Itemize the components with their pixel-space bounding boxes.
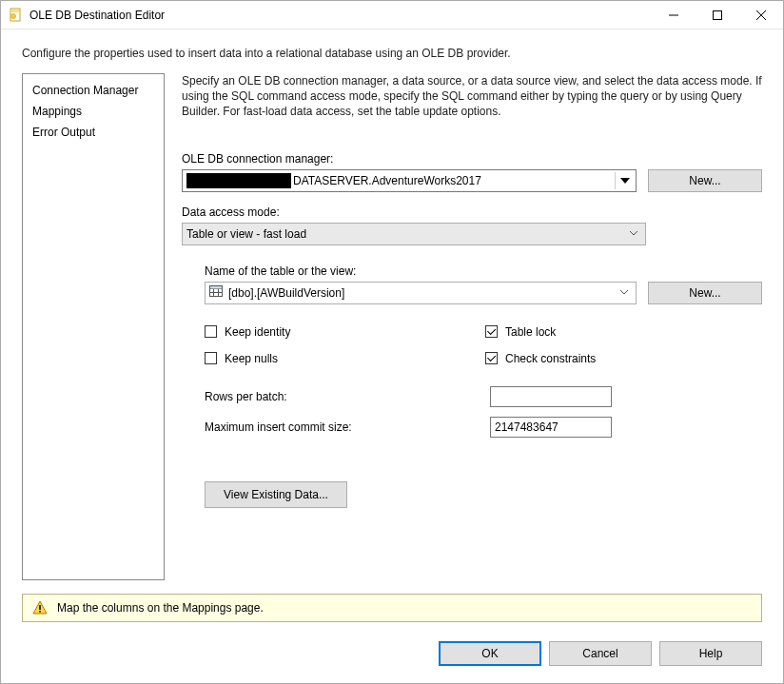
access-mode-value: Table or view - fast load xyxy=(186,227,306,241)
rows-per-batch-input[interactable] xyxy=(490,386,612,407)
rows-per-batch-label: Rows per batch: xyxy=(205,390,490,403)
keep-nulls-label: Keep nulls xyxy=(225,352,278,365)
connection-manager-label: OLE DB connection manager: xyxy=(182,152,762,166)
new-table-button[interactable]: New... xyxy=(648,282,762,304)
max-commit-size-label: Maximum insert commit size: xyxy=(205,420,490,434)
connection-manager-value: DATASERVER.AdventureWorks2017 xyxy=(293,174,481,187)
chevron-down-icon xyxy=(615,284,634,302)
sidebar-item-error-output[interactable]: Error Output xyxy=(23,122,164,143)
check-constraints-checkbox[interactable]: Check constraints xyxy=(485,352,596,365)
titlebar: OLE DB Destination Editor xyxy=(1,1,783,29)
svg-rect-1 xyxy=(11,10,19,12)
connection-manager-dropdown[interactable]: DATASERVER.AdventureWorks2017 xyxy=(182,169,637,192)
ok-button[interactable]: OK xyxy=(439,641,541,666)
chevron-down-icon xyxy=(615,172,634,189)
keep-identity-checkbox[interactable]: Keep identity xyxy=(205,325,485,339)
checkbox-icon xyxy=(205,325,217,338)
table-name-label: Name of the table or the view: xyxy=(205,264,762,278)
window-root: OLE DB Destination Editor Configure the … xyxy=(0,0,784,684)
table-name-dropdown[interactable]: [dbo].[AWBuildVersion] xyxy=(205,282,637,304)
sidebar-item-connection-manager[interactable]: Connection Manager xyxy=(23,80,164,101)
minimize-button[interactable] xyxy=(652,1,696,29)
keep-identity-label: Keep identity xyxy=(225,325,290,339)
help-button[interactable]: Help xyxy=(659,641,762,666)
footer-buttons: OK Cancel Help xyxy=(1,622,783,683)
max-commit-size-input[interactable] xyxy=(490,417,612,438)
window-title: OLE DB Destination Editor xyxy=(29,9,652,22)
sidebar-item-mappings[interactable]: Mappings xyxy=(23,101,164,122)
svg-marker-7 xyxy=(620,178,630,184)
keep-nulls-checkbox[interactable]: Keep nulls xyxy=(205,352,485,365)
close-button[interactable] xyxy=(739,1,783,29)
table-lock-label: Table lock xyxy=(505,325,556,339)
view-existing-data-button[interactable]: View Existing Data... xyxy=(205,481,347,508)
sidebar-nav: Connection Manager Mappings Error Output xyxy=(22,73,165,580)
instructions-text: Specify an OLE DB connection manager, a … xyxy=(182,73,762,120)
checkbox-icon xyxy=(485,352,498,364)
table-name-value: [dbo].[AWBuildVersion] xyxy=(228,286,344,300)
table-lock-checkbox[interactable]: Table lock xyxy=(485,325,596,339)
main-area: Connection Manager Mappings Error Output… xyxy=(1,73,783,580)
warning-text: Map the columns on the Mappings page. xyxy=(57,601,264,615)
description-text: Configure the properties used to insert … xyxy=(1,29,783,73)
app-icon xyxy=(9,8,24,23)
warning-icon xyxy=(32,600,48,616)
chevron-down-icon xyxy=(624,225,643,243)
svg-rect-17 xyxy=(39,611,41,613)
checkbox-icon xyxy=(205,352,217,364)
svg-rect-4 xyxy=(714,10,722,19)
access-mode-label: Data access mode: xyxy=(182,205,762,219)
svg-rect-16 xyxy=(39,605,41,610)
content-panel: Specify an OLE DB connection manager, a … xyxy=(174,73,762,580)
cancel-button[interactable]: Cancel xyxy=(549,641,652,666)
check-constraints-label: Check constraints xyxy=(505,352,596,365)
new-connection-button[interactable]: New... xyxy=(648,169,762,192)
server-prefix-redacted xyxy=(186,173,291,188)
maximize-button[interactable] xyxy=(696,1,739,29)
access-mode-dropdown[interactable]: Table or view - fast load xyxy=(182,223,646,245)
window-controls xyxy=(652,1,783,29)
table-icon xyxy=(209,285,223,300)
checkbox-icon xyxy=(485,325,498,338)
warning-bar: Map the columns on the Mappings page. xyxy=(22,594,762,622)
svg-point-2 xyxy=(11,13,16,18)
